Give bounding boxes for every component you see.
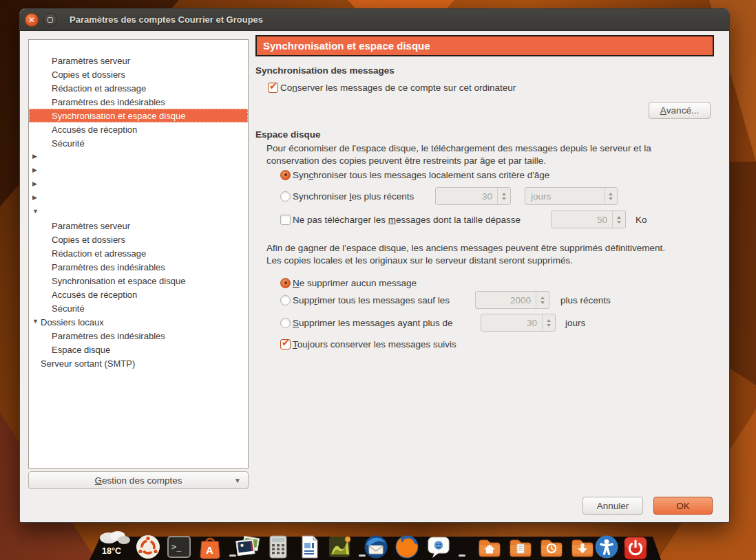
delete-option-3-field-value: 30 xyxy=(481,314,542,331)
keep-messages-checkbox-label[interactable]: Conserver les messages de ce compte sur … xyxy=(280,83,516,93)
advanced-button[interactable]: Avancé... xyxy=(649,102,711,119)
sidebar-item-copies-et-dossiers[interactable]: Copies et dossiers xyxy=(29,233,248,246)
downloads-folder-icon[interactable] xyxy=(569,534,596,560)
sidebar-item-dossiers-locaux[interactable]: ▼Dossiers locaux xyxy=(29,315,248,329)
close-button[interactable]: ✕ xyxy=(25,13,39,27)
software-center-icon[interactable]: A xyxy=(197,534,223,560)
spin-down-icon[interactable] xyxy=(540,301,545,304)
sidebar-item-parametres-serveur[interactable]: Paramètres serveur xyxy=(29,219,248,233)
twisty-collapsed-icon[interactable]: ▶ xyxy=(32,153,41,160)
disk-option-3-field[interactable]: 50 xyxy=(551,211,626,228)
twisty-expanded-icon[interactable]: ▼ xyxy=(32,208,41,215)
radio-unchecked-icon[interactable] xyxy=(280,318,291,328)
radio-unchecked-icon[interactable] xyxy=(280,295,291,305)
maximize-button[interactable] xyxy=(43,13,57,27)
sidebar-item-accuses-de-reception[interactable]: Accusés de réception xyxy=(29,122,248,136)
documents-folder-icon[interactable] xyxy=(507,534,534,560)
sidebar-item-securite[interactable]: Sécurité xyxy=(29,301,248,315)
delete-option-2-label[interactable]: Supprimer tous les messages sauf les xyxy=(293,295,450,305)
checkbox-checked-icon[interactable] xyxy=(268,83,278,93)
sidebar-item-account[interactable]: ▶ xyxy=(29,164,248,177)
firefox-icon[interactable] xyxy=(394,534,420,560)
twisty-collapsed-icon[interactable]: ▶ xyxy=(32,194,41,201)
sidebar-item-parametres-des-indesirables[interactable]: Paramètres des indésirables xyxy=(29,95,248,109)
sidebar-item-account[interactable]: ▼ xyxy=(29,205,248,219)
thunderbird-icon[interactable] xyxy=(363,534,389,560)
weather-widget[interactable]: 18°C xyxy=(95,527,134,559)
sidebar-item-synchronisation-et-espace-disque[interactable]: Synchronisation et espace disque xyxy=(29,109,248,122)
sidebar-item-espace-disque[interactable]: Espace disque xyxy=(29,343,248,356)
disk-option-1-label[interactable]: Synchroniser tous les messages localemen… xyxy=(293,170,549,180)
spin-up-icon[interactable] xyxy=(540,297,545,299)
delete-option-1-label[interactable]: Ne supprimer aucun message xyxy=(293,278,417,288)
spin-up-icon[interactable] xyxy=(502,193,506,195)
disk-option-2-field[interactable]: 30 xyxy=(435,187,511,205)
spin-up-icon[interactable] xyxy=(617,216,621,219)
disk-option-2-select[interactable]: jours xyxy=(525,187,618,205)
checkbox-checked-icon[interactable] xyxy=(280,339,291,349)
disk-option-2-label[interactable]: Synchroniser les plus récents xyxy=(293,191,414,202)
power-icon[interactable] xyxy=(623,536,649,560)
spin-down-icon[interactable] xyxy=(609,197,613,200)
sidebar-item-copies-et-dossiers[interactable]: Copies et dossiers xyxy=(29,67,248,81)
checkbox-unchecked-icon[interactable] xyxy=(280,215,291,225)
sidebar-item-label: Synchronisation et espace disque xyxy=(52,111,185,121)
sidebar-item-account[interactable] xyxy=(29,40,248,54)
titlebar[interactable]: ✕ Paramètres des comptes Courrier et Gro… xyxy=(20,9,729,31)
delete-option-4-label[interactable]: Toujours conserver les messages suivis xyxy=(293,339,456,349)
ok-button[interactable]: OK xyxy=(653,497,713,515)
spin-up-icon[interactable] xyxy=(609,193,613,195)
spinner-buttons[interactable] xyxy=(612,211,625,228)
sidebar-item-label: Paramètres des indésirables xyxy=(52,331,165,341)
launcher-dock: 18°C >_A xyxy=(90,537,661,560)
sidebar-item-account[interactable]: ▶ xyxy=(29,150,248,164)
spinner-buttons[interactable] xyxy=(604,188,617,204)
accessibility-icon[interactable] xyxy=(594,534,620,560)
sidebar-item-label: Rédaction et adressage xyxy=(52,83,146,94)
sidebar-item-parametres-des-indesirables[interactable]: Paramètres des indésirables xyxy=(29,329,248,343)
radio-unchecked-icon[interactable] xyxy=(280,191,291,202)
spinner-buttons[interactable] xyxy=(542,314,555,331)
spin-up-icon[interactable] xyxy=(547,319,551,322)
radio-checked-icon[interactable] xyxy=(280,278,291,288)
disk-option-3-label[interactable]: Ne pas télécharger les messages dont la … xyxy=(293,215,521,225)
sidebar-item-securite[interactable]: Sécurité xyxy=(29,136,248,150)
terminal-icon[interactable]: >_ xyxy=(166,534,192,560)
manage-accounts-button[interactable]: Gestion des comptes ▼ xyxy=(28,471,249,489)
sidebar-item-account[interactable]: ▶ xyxy=(29,191,248,205)
photos-icon[interactable] xyxy=(234,534,260,560)
radio-checked-icon[interactable] xyxy=(280,170,291,180)
sidebar-item-synchronisation-et-espace-disque[interactable]: Synchronisation et espace disque xyxy=(29,274,248,288)
backup-folder-icon[interactable] xyxy=(538,534,565,560)
sidebar-item-parametres-serveur[interactable]: Paramètres serveur xyxy=(29,54,248,67)
messenger-icon[interactable] xyxy=(426,534,452,560)
calculator-icon[interactable] xyxy=(265,534,291,560)
twisty-collapsed-icon[interactable]: ▶ xyxy=(32,180,41,187)
delete-option-2-field[interactable]: 2000 xyxy=(475,291,549,309)
sidebar-item-redaction-et-adressage[interactable]: Rédaction et adressage xyxy=(29,81,248,95)
delete-option-3-suffix-label: jours xyxy=(565,318,585,328)
account-tree[interactable]: Paramètres serveurCopies et dossiersRéda… xyxy=(28,39,249,469)
sidebar-item-serveur-sortant-smtp[interactable]: Serveur sortant (SMTP) xyxy=(29,356,248,370)
temperature-label: 18°C xyxy=(102,546,121,556)
spinner-buttons[interactable] xyxy=(497,188,510,204)
sidebar-item-parametres-des-indesirables[interactable]: Paramètres des indésirables xyxy=(29,260,248,274)
ubuntu-dash-icon[interactable] xyxy=(135,534,161,560)
spinner-buttons[interactable] xyxy=(536,292,549,308)
sidebar-item-redaction-et-adressage[interactable]: Rédaction et adressage xyxy=(29,246,248,260)
sidebar-item-account[interactable]: ▶ xyxy=(29,177,248,191)
svg-text:A: A xyxy=(206,544,213,556)
delete-option-3-field[interactable]: 30 xyxy=(481,314,556,332)
spin-down-icon[interactable] xyxy=(617,221,621,224)
spin-down-icon[interactable] xyxy=(547,324,551,327)
cancel-button[interactable]: Annuler xyxy=(582,497,643,515)
home-folder-icon[interactable] xyxy=(476,534,503,560)
delete-option-3-label[interactable]: Supprimer les messages ayant plus de xyxy=(293,318,453,328)
libreoffice-writer-icon[interactable] xyxy=(296,534,322,560)
twisty-expanded-icon[interactable]: ▼ xyxy=(32,318,41,325)
sidebar-item-label: Rédaction et adressage xyxy=(52,248,146,259)
twisty-collapsed-icon[interactable]: ▶ xyxy=(32,166,41,173)
sidebar-item-accuses-de-reception[interactable]: Accusés de réception xyxy=(29,288,248,301)
gimp-icon[interactable] xyxy=(327,534,353,560)
spin-down-icon[interactable] xyxy=(502,197,506,200)
